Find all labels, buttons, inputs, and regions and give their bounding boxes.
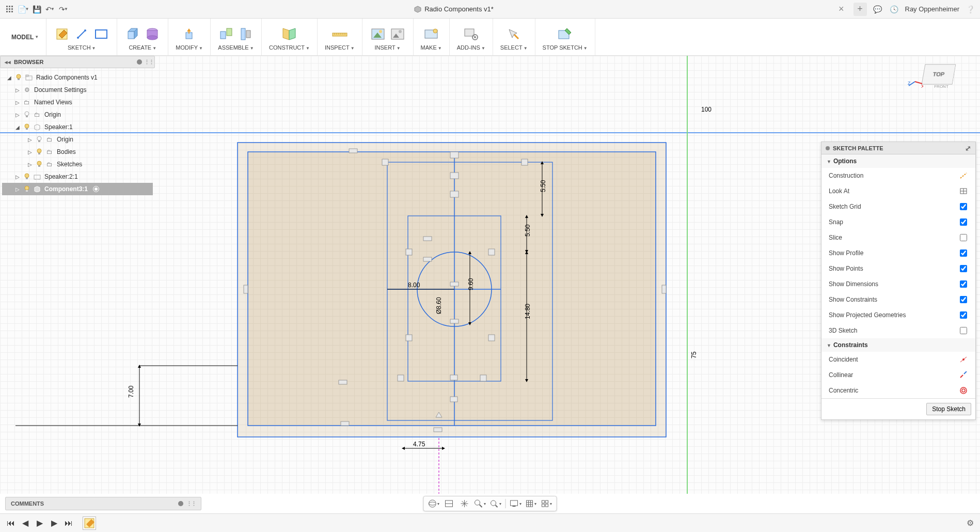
- stop-sketch-icon[interactable]: [557, 26, 573, 42]
- activate-radio-icon[interactable]: [93, 186, 99, 192]
- viewcube[interactable]: TOP FRONT ZX: [923, 64, 959, 95]
- showconstraints-checkbox[interactable]: [960, 296, 967, 303]
- ribbon-make-label[interactable]: MAKE▼: [421, 44, 442, 51]
- workspace-selector[interactable]: MODEL▼: [4, 19, 46, 55]
- help-icon[interactable]: ❔: [965, 4, 976, 15]
- lightbulb-icon[interactable]: [23, 111, 31, 119]
- tree-named-views[interactable]: ▷ 🗀 Named Views: [2, 96, 153, 108]
- timeline-end-icon[interactable]: ⏭: [64, 519, 73, 528]
- palette-constraints-header[interactable]: Constraints: [821, 338, 975, 352]
- timeline-settings-icon[interactable]: ⚙: [967, 518, 974, 528]
- addins-icon[interactable]: [463, 26, 479, 42]
- timeline-start-icon[interactable]: ⏮: [6, 519, 15, 528]
- pan-icon[interactable]: [459, 498, 470, 509]
- constraint-collinear[interactable]: Collinear: [821, 367, 975, 383]
- sketchgrid-checkbox[interactable]: [960, 203, 967, 210]
- dim-dia-8.60[interactable]: Ø8.60: [435, 297, 442, 314]
- tree-speaker1[interactable]: ◢ Speaker:1: [2, 121, 153, 133]
- viewcube-top-face[interactable]: TOP: [922, 64, 956, 84]
- tree-speaker2[interactable]: ▷ Speaker:2:1: [2, 170, 153, 183]
- inspect-measure-icon[interactable]: [331, 26, 348, 42]
- showprojected-checkbox[interactable]: [960, 311, 967, 319]
- insert-decal-icon[interactable]: [370, 26, 386, 42]
- timeline-play-icon[interactable]: ▶: [35, 519, 44, 528]
- viewport-icon[interactable]: ▾: [541, 498, 552, 509]
- insert-canvas-icon[interactable]: [389, 26, 406, 42]
- constraint-coincident[interactable]: Coincident: [821, 352, 975, 367]
- construction-icon[interactable]: [959, 171, 968, 180]
- snap-checkbox[interactable]: [960, 218, 967, 226]
- showprofile-checkbox[interactable]: [960, 249, 967, 257]
- redo-icon[interactable]: ↷▼: [58, 4, 69, 15]
- lightbulb-icon[interactable]: [23, 123, 31, 131]
- lightbulb-icon[interactable]: [14, 73, 23, 82]
- timeline-next-icon[interactable]: ▶: [50, 519, 59, 528]
- lightbulb-icon[interactable]: [35, 135, 43, 144]
- lightbulb-icon[interactable]: [23, 173, 31, 181]
- orbit-icon[interactable]: ▾: [428, 498, 439, 509]
- display-settings-icon[interactable]: ▾: [510, 498, 521, 509]
- create-box-icon[interactable]: [124, 26, 141, 42]
- ribbon-create-label[interactable]: CREATE▼: [129, 44, 156, 51]
- ribbon-inspect-label[interactable]: INSPECT▼: [325, 44, 355, 51]
- app-grid-icon[interactable]: [4, 4, 15, 15]
- ribbon-select-label[interactable]: SELECT▼: [500, 44, 528, 51]
- sketch-rect-icon[interactable]: [93, 26, 109, 42]
- user-name[interactable]: Ray Oppenheimer: [905, 5, 960, 13]
- ribbon-construct-label[interactable]: CONSTRUCT▼: [269, 44, 310, 51]
- new-tab-button[interactable]: +: [853, 3, 867, 16]
- slice-checkbox[interactable]: [960, 234, 967, 241]
- zoom-icon[interactable]: ▾: [475, 498, 486, 509]
- lightbulb-icon[interactable]: [23, 185, 31, 193]
- palette-header[interactable]: SKETCH PALETTE ⤢: [821, 142, 975, 154]
- assemble-joint-icon[interactable]: [218, 26, 234, 42]
- clock-icon[interactable]: 🕓: [889, 4, 900, 15]
- palette-pin-icon[interactable]: ⤢: [965, 144, 971, 152]
- ribbon-addins-label[interactable]: ADD-INS▼: [457, 44, 485, 51]
- palette-options-icon[interactable]: [826, 146, 830, 150]
- ribbon-insert-label[interactable]: INSERT▼: [375, 44, 401, 51]
- select-icon[interactable]: [505, 26, 522, 42]
- dim-7.00[interactable]: 7.00: [15, 365, 238, 427]
- lightbulb-icon[interactable]: [35, 160, 43, 168]
- tree-speaker1-bodies[interactable]: ▷ 🗀 Bodies: [2, 146, 153, 158]
- make-3dprint-icon[interactable]: [423, 26, 439, 42]
- ribbon-sketch-label[interactable]: SKETCH▼: [68, 44, 96, 51]
- assemble-joint2-icon[interactable]: [238, 26, 254, 42]
- tree-doc-settings[interactable]: ▷ ⚙ Document Settings: [2, 84, 153, 96]
- comments-panel[interactable]: COMMENTS ⋮⋮: [5, 497, 201, 510]
- browser-drag-icon[interactable]: ⋮⋮: [144, 59, 150, 66]
- option-construction[interactable]: Construction: [821, 168, 975, 183]
- close-tab-icon[interactable]: ×: [839, 4, 844, 14]
- tree-speaker1-sketches[interactable]: ▷ 🗀 Sketches: [2, 158, 153, 170]
- ribbon-assemble-label[interactable]: ASSEMBLE▼: [218, 44, 254, 51]
- browser-header[interactable]: ◂◂ BROWSER ⋮⋮: [0, 56, 155, 68]
- comments-drag-icon[interactable]: ⋮⋮: [186, 500, 196, 507]
- constraint-concentric[interactable]: Concentric: [821, 383, 975, 398]
- 3dsketch-checkbox[interactable]: [960, 327, 967, 334]
- sketch-line-icon[interactable]: [73, 26, 90, 42]
- modify-presspull-icon[interactable]: [181, 26, 198, 42]
- timeline-prev-icon[interactable]: ◀: [21, 519, 30, 528]
- construct-plane-icon[interactable]: [281, 26, 297, 42]
- lookat-tool-icon[interactable]: [444, 498, 455, 509]
- browser-options-icon[interactable]: [137, 59, 142, 65]
- ribbon-modify-label[interactable]: MODIFY▼: [176, 44, 203, 51]
- showpoints-checkbox[interactable]: [960, 265, 967, 272]
- sketch-create-icon[interactable]: [54, 26, 70, 42]
- comments-options-icon[interactable]: [178, 501, 183, 506]
- file-icon[interactable]: 📄▼: [18, 4, 29, 15]
- tree-component3[interactable]: ▷ Component3:1: [2, 183, 153, 195]
- tree-origin[interactable]: ▷ 🗀 Origin: [2, 108, 153, 121]
- browser-collapse-icon[interactable]: ◂◂: [5, 59, 11, 66]
- option-lookat[interactable]: Look At: [821, 183, 975, 199]
- timeline-feature-sketch[interactable]: [83, 517, 96, 530]
- create-cylinder-icon[interactable]: [144, 26, 161, 42]
- fit-icon[interactable]: ▾: [490, 498, 501, 509]
- stop-sketch-button[interactable]: Stop Sketch: [926, 403, 971, 415]
- undo-icon[interactable]: ↶▼: [44, 4, 56, 15]
- tree-speaker1-origin[interactable]: ▷ 🗀 Origin: [2, 133, 153, 146]
- showdimensions-checkbox[interactable]: [960, 280, 967, 288]
- tree-root[interactable]: ◢ Radio Components v1: [2, 71, 153, 84]
- ribbon-stopsketch-label[interactable]: STOP SKETCH▼: [543, 44, 588, 51]
